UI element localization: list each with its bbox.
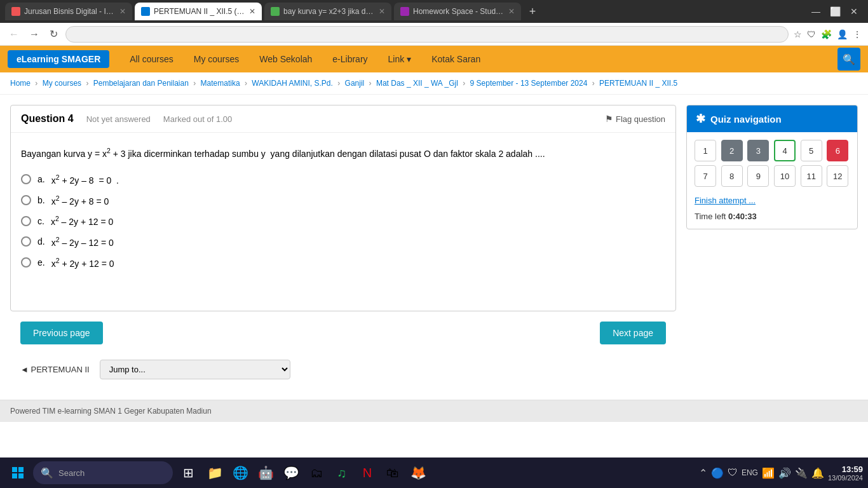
quiz-nav-num-11[interactable]: 11: [801, 165, 822, 187]
nav-search-button[interactable]: 🔍: [837, 48, 860, 71]
quiz-nav-num-8[interactable]: 8: [721, 165, 743, 187]
option-c[interactable]: c. x2 – 2y + 12 = 0: [21, 215, 665, 227]
profile-icon[interactable]: 👤: [837, 29, 848, 39]
time-value: 0:40:33: [728, 212, 757, 221]
nav-all-courses[interactable]: All courses: [119, 49, 183, 69]
option-d[interactable]: d. x2 – 2y – 12 = 0: [21, 236, 665, 248]
volume-icon[interactable]: 🔊: [778, 467, 791, 479]
breadcrumb-matematika[interactable]: Matematika: [201, 79, 240, 88]
taskbar-app-copilot[interactable]: 🤖: [254, 461, 277, 484]
extensions-icon[interactable]: 🧩: [821, 29, 832, 39]
quiz-nav-num-4[interactable]: 4: [774, 140, 796, 161]
taskbar-app-teams[interactable]: 💬: [280, 461, 302, 484]
nav-web-sekolah[interactable]: Web Sekolah: [249, 49, 322, 69]
flag-icon: ⚑: [605, 114, 613, 124]
address-input[interactable]: 10.10.13.10/mod/quiz/attempt.php?attempt…: [65, 26, 789, 43]
option-value-d: x2 – 2y – 12 = 0: [51, 236, 114, 248]
breadcrumb-ganjil[interactable]: Ganjil: [345, 79, 365, 88]
radio-b[interactable]: [21, 195, 31, 205]
taskbar-app-spotify[interactable]: ♫: [330, 461, 353, 484]
chevron-up-icon[interactable]: ⌃: [699, 467, 707, 479]
svg-rect-2: [12, 473, 17, 478]
option-a[interactable]: a. x2 + 2y – 8 = 0 .: [21, 173, 665, 186]
radio-a[interactable]: [21, 174, 31, 184]
taskbar-clock[interactable]: 13:59 13/09/2024: [828, 464, 863, 482]
quiz-nav-num-7[interactable]: 7: [695, 165, 716, 187]
option-b[interactable]: b. x2 – 2y + 8 = 0: [21, 194, 665, 207]
tab-bay-kurva[interactable]: bay kurva y= x2+3 jika dicermin... ✕: [264, 3, 391, 20]
quiz-nav-num-10[interactable]: 10: [774, 165, 796, 187]
start-button[interactable]: [5, 460, 31, 485]
security-icon[interactable]: 🛡: [728, 467, 738, 478]
nav-kotak-saran[interactable]: Kotak Saran: [421, 49, 491, 69]
forward-button[interactable]: →: [27, 26, 42, 43]
quiz-nav-num-9[interactable]: 9: [747, 165, 769, 187]
tab-close-3[interactable]: ✕: [379, 7, 385, 16]
pertemuan-link[interactable]: ◄ PERTEMUAN II: [20, 365, 90, 374]
menu-icon[interactable]: ⋮: [853, 29, 862, 39]
nav-brand[interactable]: eLearning SMAGER: [8, 50, 109, 68]
nav-link[interactable]: Link ▾: [378, 49, 422, 69]
taskbar-app-netflix[interactable]: N: [356, 461, 379, 484]
quiz-nav-num-1[interactable]: 1: [695, 140, 716, 161]
breadcrumb-wakidah[interactable]: WAKIDAH AMINI, S.Pd.: [252, 79, 333, 88]
bluetooth-icon[interactable]: 🔵: [711, 467, 724, 479]
tab-homework[interactable]: Homework Space - StudyX ✕: [394, 3, 521, 20]
radio-e[interactable]: [21, 257, 31, 268]
breadcrumb-sep-7: ›: [463, 79, 465, 88]
taskbar-search-box[interactable]: 🔍 Search: [33, 461, 173, 484]
tab-favicon-4: [400, 7, 409, 16]
quiz-nav-num-2[interactable]: 2: [721, 140, 743, 161]
bookmark-icon[interactable]: ☆: [794, 29, 802, 39]
breadcrumb-home[interactable]: Home: [10, 79, 31, 88]
radio-d[interactable]: [21, 236, 31, 247]
close-button[interactable]: ✕: [845, 3, 863, 20]
prev-page-button[interactable]: Previous page: [20, 322, 103, 344]
breadcrumb-my-courses[interactable]: My courses: [43, 79, 81, 88]
jump-dropdown[interactable]: Jump to...: [100, 360, 290, 379]
notification-icon[interactable]: 🔔: [811, 467, 824, 479]
quiz-nav-num-3[interactable]: 3: [747, 140, 769, 161]
tab-close-2[interactable]: ✕: [249, 7, 255, 16]
radio-c[interactable]: [21, 216, 31, 226]
tab-close-4[interactable]: ✕: [508, 7, 515, 16]
taskbar-search-icon: 🔍: [41, 467, 53, 479]
quiz-nav-num-6[interactable]: 6: [827, 140, 848, 161]
finish-attempt-link[interactable]: Finish attempt ...: [695, 196, 850, 205]
quiz-nav-num-5[interactable]: 5: [801, 140, 822, 161]
next-page-button[interactable]: Next page: [600, 322, 666, 344]
breadcrumb-mat-das[interactable]: Mat Das _ XII _ WA _Gjl: [376, 79, 458, 88]
flag-label: Flag question: [616, 114, 665, 124]
refresh-button[interactable]: ↻: [47, 25, 60, 43]
wifi-icon[interactable]: 📶: [762, 467, 775, 479]
breadcrumb-pertemuan[interactable]: PERTEMUAN II _ XII.5: [599, 79, 677, 88]
nav-my-courses[interactable]: My courses: [184, 49, 250, 69]
back-button[interactable]: ←: [6, 26, 22, 43]
tab-jurusan-bisnis[interactable]: Jurusan Bisnis Digital - Informa... ✕: [5, 3, 132, 20]
new-tab-button[interactable]: +: [524, 3, 541, 20]
maximize-button[interactable]: ⬜: [826, 3, 844, 20]
minimize-button[interactable]: —: [807, 3, 825, 20]
quiz-nav-num-12[interactable]: 12: [827, 165, 848, 187]
tab-close-1[interactable]: ✕: [119, 7, 126, 16]
question-status: Not yet answered: [86, 114, 151, 124]
taskbar-app-edge[interactable]: 🌐: [229, 461, 252, 484]
taskbar-app-store[interactable]: 🛍: [381, 461, 404, 484]
nav-elibrary[interactable]: e-Library: [322, 49, 377, 69]
main-container: Question 4 Not yet answered Marked out o…: [0, 95, 868, 400]
breadcrumb: Home › My courses › Pembelajaran dan Pen…: [0, 72, 868, 95]
breadcrumb-date[interactable]: 9 September - 13 September 2024: [470, 79, 588, 88]
flag-question-button[interactable]: ⚑ Flag question: [605, 114, 665, 124]
tab-favicon-2: [141, 7, 150, 16]
breadcrumb-sep-2: ›: [86, 79, 88, 88]
taskbar-app-browser[interactable]: 🦊: [407, 461, 430, 484]
task-view-button[interactable]: ⊞: [175, 460, 201, 485]
breadcrumb-pembelajaran[interactable]: Pembelajaran dan Penilaian: [93, 79, 189, 88]
taskbar-app-folder[interactable]: 🗂: [305, 461, 328, 484]
taskbar: 🔍 Search ⊞ 📁 🌐 🤖 💬 🗂 ♫ N 🛍 🦊 ⌃ 🔵 🛡 ENG 📶…: [0, 458, 868, 488]
taskbar-app-file-explorer[interactable]: 📁: [203, 461, 226, 484]
tab-pertemuan[interactable]: PERTEMUAN II _ XII.5 (page 4 o... ✕: [135, 3, 262, 20]
usb-icon[interactable]: 🔌: [795, 467, 808, 479]
option-e[interactable]: e. x2 + 2y + 12 = 0: [21, 257, 665, 269]
question-text: Bayangan kurva y = x2 + 3 jika dicermink…: [21, 146, 665, 161]
